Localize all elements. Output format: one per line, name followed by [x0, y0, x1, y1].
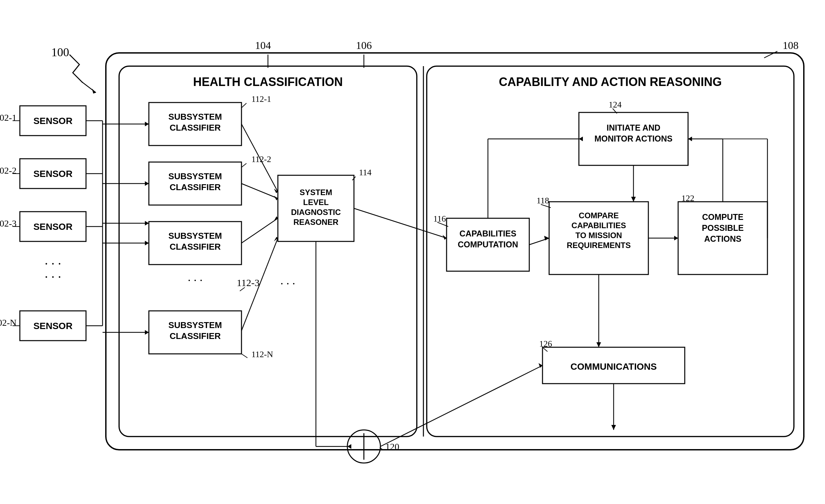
- classifier-dots: . . .: [188, 270, 203, 284]
- svg-line-19: [241, 103, 246, 108]
- svg-text:SUBSYSTEM: SUBSYSTEM: [168, 171, 222, 181]
- ref-114: 114: [359, 168, 371, 177]
- ref-108: 108: [783, 39, 799, 51]
- ref-104: 104: [255, 39, 271, 51]
- svg-text:COMPARE: COMPARE: [579, 211, 619, 220]
- sensor-2-label: SENSOR: [33, 169, 72, 179]
- svg-text:CLASSIFIER: CLASSIFIER: [170, 123, 221, 133]
- svg-marker-39: [274, 216, 278, 221]
- svg-text:ACTIONS: ACTIONS: [704, 234, 742, 243]
- svg-text:DIAGNOSTIC: DIAGNOSTIC: [291, 208, 341, 217]
- ref-122: 122: [681, 193, 694, 203]
- ref-102-2: 102-2: [0, 165, 16, 176]
- svg-text:CLASSIFIER: CLASSIFIER: [170, 331, 221, 341]
- svg-marker-91: [347, 444, 351, 449]
- svg-line-36: [241, 183, 278, 198]
- ref-112-1: 112-1: [251, 94, 271, 104]
- svg-line-80: [354, 208, 447, 238]
- svg-text:INITIATE AND: INITIATE AND: [607, 123, 661, 132]
- svg-marker-16: [145, 221, 149, 226]
- svg-text:CAPABILITIES: CAPABILITIES: [572, 221, 626, 230]
- svg-marker-5: [92, 89, 96, 94]
- svg-marker-71: [674, 236, 678, 240]
- svg-text:REQUIREMENTS: REQUIREMENTS: [567, 241, 630, 250]
- ref-118: 118: [536, 196, 549, 205]
- ref-102-n: 102-N: [0, 318, 16, 328]
- ref-102-3: 102-3: [0, 218, 16, 229]
- svg-text:POSSIBLE: POSSIBLE: [702, 223, 744, 233]
- ref-112-n: 112-N: [251, 350, 273, 359]
- connect-dots: . . .: [281, 274, 295, 287]
- svg-text:COMPUTE: COMPUTE: [702, 212, 744, 222]
- health-classification-label: HEALTH CLASSIFICATION: [193, 75, 343, 89]
- svg-line-22: [241, 163, 246, 167]
- svg-text:SYSTEM: SYSTEM: [300, 188, 332, 197]
- svg-marker-76: [631, 197, 636, 202]
- svg-text:SUBSYSTEM: SUBSYSTEM: [168, 231, 222, 241]
- sensor-3-label: SENSOR: [33, 222, 72, 232]
- ref-116: 116: [433, 214, 446, 224]
- sensor-n-label: SENSOR: [33, 321, 72, 331]
- ref-106: 106: [356, 39, 372, 51]
- svg-marker-49: [145, 330, 149, 335]
- ref-100: 100: [51, 46, 69, 59]
- svg-marker-47: [145, 241, 149, 245]
- ref-102-1: 102-1: [0, 112, 16, 123]
- dots-middle: . . .: [45, 253, 61, 267]
- dots-middle2: . . .: [45, 266, 61, 281]
- svg-text:REASONER: REASONER: [293, 218, 339, 227]
- ref-126: 126: [539, 339, 552, 349]
- svg-text:SUBSYSTEM: SUBSYSTEM: [168, 112, 222, 122]
- svg-text:CLASSIFIER: CLASSIFIER: [170, 182, 221, 192]
- svg-marker-43: [145, 122, 149, 126]
- svg-marker-84: [579, 137, 583, 141]
- svg-marker-79: [611, 425, 616, 430]
- diagram-container: HEALTH CLASSIFICATION CAPABILITY AND ACT…: [0, 0, 825, 504]
- svg-line-28: [241, 354, 247, 358]
- svg-text:COMPUTATION: COMPUTATION: [458, 240, 518, 249]
- svg-text:TO MISSION: TO MISSION: [576, 231, 622, 240]
- ref-112-3: 112-3: [237, 277, 260, 288]
- svg-marker-69: [596, 342, 601, 347]
- svg-text:MONITOR ACTIONS: MONITOR ACTIONS: [594, 134, 673, 143]
- capability-action-label: CAPABILITY AND ACTION REASONING: [499, 75, 722, 89]
- ref-124: 124: [609, 100, 621, 109]
- svg-text:COMMUNICATIONS: COMMUNICATIONS: [571, 361, 657, 372]
- svg-text:CLASSIFIER: CLASSIFIER: [170, 242, 221, 252]
- svg-text:CAPABILITIES: CAPABILITIES: [459, 229, 516, 238]
- svg-line-34: [241, 124, 278, 192]
- capability-action-box: [427, 66, 794, 436]
- svg-line-38: [241, 218, 278, 243]
- svg-marker-45: [145, 181, 149, 186]
- svg-text:SUBSYSTEM: SUBSYSTEM: [168, 320, 222, 330]
- svg-line-92: [380, 365, 542, 446]
- svg-marker-37: [274, 196, 278, 200]
- svg-text:LEVEL: LEVEL: [303, 198, 328, 207]
- sensor-1-label: SENSOR: [33, 116, 72, 126]
- ref-112-2: 112-2: [251, 154, 271, 164]
- health-classification-box: [119, 66, 417, 436]
